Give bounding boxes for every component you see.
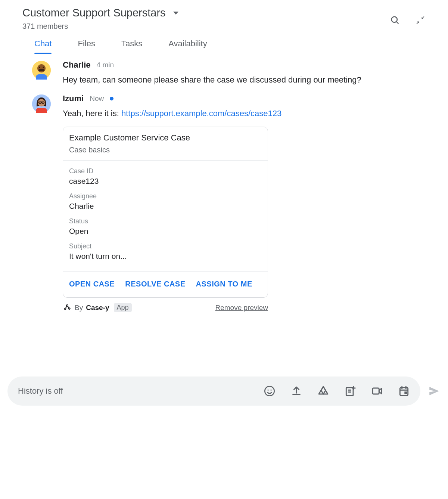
by-label: By bbox=[75, 304, 83, 312]
svg-point-17 bbox=[270, 390, 271, 391]
card-subtitle: Case basics bbox=[69, 146, 262, 154]
tab-availability[interactable]: Availability bbox=[168, 39, 207, 54]
tab-chat[interactable]: Chat bbox=[34, 39, 52, 54]
resolve-case-button[interactable]: RESOLVE CASE bbox=[125, 280, 185, 288]
composer-placeholder: History is off bbox=[18, 386, 264, 396]
field-value: case123 bbox=[69, 177, 262, 186]
svg-rect-4 bbox=[38, 69, 44, 71]
field-value: Charlie bbox=[69, 202, 262, 211]
room-title-row[interactable]: Customer Support Superstars bbox=[22, 7, 178, 19]
assign-to-me-button[interactable]: ASSIGN TO ME bbox=[196, 280, 252, 288]
webhook-icon bbox=[63, 303, 72, 312]
sender-name: Izumi bbox=[63, 94, 84, 103]
app-name: Case-y bbox=[86, 304, 109, 312]
avatar[interactable] bbox=[32, 94, 51, 113]
svg-rect-28 bbox=[404, 391, 407, 394]
drive-icon[interactable] bbox=[317, 385, 329, 397]
field-label: Status bbox=[69, 217, 262, 225]
message-text: Yeah, here it is: https://support.exampl… bbox=[63, 107, 426, 120]
timestamp: Now bbox=[90, 94, 104, 103]
field-value: It won't turn on... bbox=[69, 252, 262, 261]
svg-rect-5 bbox=[36, 74, 47, 80]
card-field: Assignee Charlie bbox=[69, 192, 262, 211]
message-list: Charlie 4 min Hey team, can someone plea… bbox=[0, 54, 448, 312]
message-input[interactable]: History is off bbox=[7, 376, 420, 406]
svg-line-1 bbox=[396, 22, 398, 24]
timestamp: 4 min bbox=[97, 61, 114, 69]
svg-rect-24 bbox=[400, 388, 408, 396]
card-field: Subject It won't turn on... bbox=[69, 242, 262, 261]
video-icon[interactable] bbox=[371, 385, 383, 397]
composer-row: History is off bbox=[7, 376, 441, 406]
message-text: Hey team, can someone please share the c… bbox=[63, 74, 426, 86]
create-doc-icon[interactable] bbox=[344, 385, 356, 397]
preview-footer: By Case-y App Remove preview bbox=[63, 303, 268, 312]
svg-point-15 bbox=[265, 386, 274, 396]
card-field: Case ID case123 bbox=[69, 167, 262, 186]
field-label: Subject bbox=[69, 242, 262, 250]
tab-files[interactable]: Files bbox=[78, 39, 95, 54]
svg-point-6 bbox=[39, 67, 40, 68]
svg-point-0 bbox=[392, 17, 397, 22]
svg-point-7 bbox=[43, 67, 44, 68]
send-button[interactable] bbox=[428, 385, 441, 397]
collapse-icon[interactable] bbox=[415, 15, 426, 25]
svg-rect-23 bbox=[373, 388, 379, 394]
sender-name: Charlie bbox=[63, 60, 91, 70]
svg-point-16 bbox=[267, 390, 268, 391]
svg-point-12 bbox=[40, 102, 41, 103]
message-text-prefix: Yeah, here it is: bbox=[63, 109, 121, 118]
chevron-down-icon[interactable] bbox=[173, 12, 178, 15]
message: Charlie 4 min Hey team, can someone plea… bbox=[32, 60, 426, 86]
tab-tasks[interactable]: Tasks bbox=[121, 39, 142, 54]
app-chip: App bbox=[114, 303, 132, 312]
avatar[interactable] bbox=[32, 61, 51, 80]
upload-icon[interactable] bbox=[290, 385, 302, 397]
case-link[interactable]: https://support.example.com/cases/case12… bbox=[121, 109, 281, 118]
tabs: Chat Files Tasks Availability bbox=[0, 31, 448, 54]
member-count: 371 members bbox=[22, 22, 178, 31]
svg-rect-14 bbox=[36, 108, 47, 113]
room-title: Customer Support Superstars bbox=[22, 7, 166, 19]
calendar-icon[interactable] bbox=[398, 385, 410, 397]
link-preview-card: Example Customer Service Case Case basic… bbox=[63, 127, 268, 298]
field-value: Open bbox=[69, 227, 262, 236]
search-icon[interactable] bbox=[390, 15, 400, 25]
card-title: Example Customer Service Case bbox=[69, 133, 262, 143]
card-field: Status Open bbox=[69, 217, 262, 236]
open-case-button[interactable]: OPEN CASE bbox=[69, 280, 115, 288]
emoji-icon[interactable] bbox=[264, 385, 276, 397]
field-label: Case ID bbox=[69, 167, 262, 175]
status-dot-icon bbox=[110, 97, 113, 100]
message: Izumi Now Yeah, here it is: https://supp… bbox=[32, 94, 426, 312]
room-header: Customer Support Superstars 371 members bbox=[0, 0, 448, 31]
field-label: Assignee bbox=[69, 192, 262, 200]
remove-preview-link[interactable]: Remove preview bbox=[215, 304, 268, 312]
svg-point-13 bbox=[43, 102, 44, 103]
